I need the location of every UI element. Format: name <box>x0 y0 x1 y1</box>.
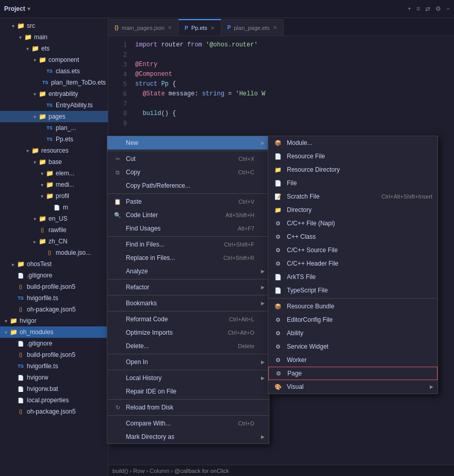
submenu-item-worker[interactable]: ⚙Worker <box>268 353 437 367</box>
tree-item-hvigorw[interactable]: 📄hvigorw <box>0 372 108 383</box>
tree-item-rawfile[interactable]: {}rawfile <box>0 224 108 236</box>
folder-arrow[interactable]: ▾ <box>31 114 38 120</box>
submenu-item-typescript_file[interactable]: 📄TypeScript File <box>268 284 437 297</box>
ctx-item-reformat_code[interactable]: Reformat CodeCtrl+Alt+L <box>107 313 269 326</box>
submenu-item-module[interactable]: 📦Module... <box>268 136 437 150</box>
tree-item-pages[interactable]: ▾📁pages <box>0 111 108 122</box>
submenu-item-cpp_class[interactable]: ⚙C++ Class <box>268 230 437 243</box>
ctx-item-bookmarks[interactable]: Bookmarks <box>107 297 269 310</box>
folder-arrow[interactable]: ▾ <box>31 57 38 63</box>
add-icon[interactable]: + <box>408 5 411 12</box>
tree-item-build-profile_json5[interactable]: {}build-profile.json5 <box>0 349 108 360</box>
folder-arrow[interactable]: ▾ <box>31 216 38 222</box>
submenu-item-editorconfig[interactable]: ⚙EditorConfig File <box>268 313 437 326</box>
tab-close-icon[interactable]: ✕ <box>168 25 172 30</box>
ctx-item-repair_ide[interactable]: Repair IDE on File <box>107 385 269 398</box>
folder-arrow[interactable]: ▾ <box>24 46 31 52</box>
tree-item-elem___[interactable]: ▾📁elem... <box>0 168 108 179</box>
folder-arrow[interactable]: ▾ <box>38 182 45 188</box>
ctx-item-optimize_imports[interactable]: Optimize ImportsCtrl+Alt+O <box>107 326 269 339</box>
project-dropdown-icon[interactable]: ▾ <box>27 5 30 12</box>
folder-arrow[interactable]: ▾ <box>9 23 17 29</box>
tree-item-medi___[interactable]: ▾📁medi... <box>0 179 108 190</box>
submenu-item-service_widget[interactable]: ⚙Service Widget <box>268 340 437 353</box>
ctx-item-compare_with[interactable]: Compare With...Ctrl+D <box>107 417 269 430</box>
tab-close-icon[interactable]: ✕ <box>273 25 277 30</box>
ctx-item-copy_path[interactable]: Copy Path/Reference... <box>107 179 269 192</box>
tree-item-class_ets[interactable]: TSclass.ets <box>0 65 108 77</box>
tree-item-zh_CN[interactable]: ▸📁zh_CN <box>0 236 108 247</box>
tree-item-main[interactable]: ▾📁main <box>0 31 108 43</box>
tab-main_pages_json[interactable]: {} main_pages.json ✕ <box>108 19 179 36</box>
submenu-item-cpp_napi[interactable]: ⚙C/C++ File (Napi) <box>268 217 437 230</box>
folder-arrow[interactable]: ▾ <box>38 171 45 176</box>
tree-item-oh_modules[interactable]: ▾📁oh_modules <box>0 326 108 338</box>
tree-item-base[interactable]: ▾📁base <box>0 156 108 168</box>
submenu-item-ability[interactable]: ⚙Ability <box>268 326 437 340</box>
submenu-item-directory[interactable]: 📁Directory <box>268 203 437 217</box>
submenu-item-page[interactable]: ⚙Page <box>268 367 437 380</box>
tree-item-profil[interactable]: ▾📁profil <box>0 190 108 202</box>
tree-item-ets[interactable]: ▾📁ets <box>0 43 108 54</box>
tree-item-hvigorfile_ts[interactable]: TShvigorfile.ts <box>0 360 108 372</box>
tree-item-ohosTest[interactable]: ▸📁ohosTest <box>0 258 108 270</box>
ctx-item-reload_disk[interactable]: ↻Reload from Disk <box>107 401 269 414</box>
tree-item-local_properties[interactable]: 📄local.properties <box>0 395 108 406</box>
minus-icon[interactable]: − <box>446 5 450 12</box>
tree-item-hvigor[interactable]: ▾📁hvigor <box>0 315 108 326</box>
ctx-item-find_usages[interactable]: Find UsagesAlt+F7 <box>107 222 269 235</box>
tree-item-m[interactable]: 📄m <box>0 202 108 213</box>
folder-arrow[interactable]: ▸ <box>31 239 38 244</box>
submenu-item-visual[interactable]: 🎨Visual <box>268 380 437 393</box>
ctx-item-cut[interactable]: ✂CutCtrl+X <box>107 152 269 166</box>
tree-item-oh-package_json5[interactable]: {}oh-package.json5 <box>0 304 108 315</box>
ctx-item-analyze[interactable]: Analyze <box>107 265 269 278</box>
folder-arrow[interactable]: ▾ <box>17 35 24 40</box>
ctx-item-delete[interactable]: Delete...Delete <box>107 339 269 353</box>
tree-item-_gitignore[interactable]: 📄.gitignore <box>0 338 108 349</box>
tree-item-Pp_ets[interactable]: TSPp.ets <box>0 134 108 145</box>
tree-item-hvigorw_bat[interactable]: 📄hvigorw.bat <box>0 383 108 395</box>
ctx-item-mark_directory[interactable]: Mark Directory as <box>107 430 269 444</box>
ctx-item-local_history[interactable]: Local History <box>107 371 269 385</box>
folder-arrow[interactable]: ▾ <box>24 148 31 154</box>
ctx-item-find_in_files[interactable]: Find in Files...Ctrl+Shift+F <box>107 238 269 251</box>
tree-item-plan_item_ToDo_ets[interactable]: TSplan_item_ToDo.ets <box>0 77 108 88</box>
ctx-item-copy[interactable]: ⧉CopyCtrl+C <box>107 166 269 179</box>
arrows-icon[interactable]: ⇄ <box>425 5 430 12</box>
folder-arrow[interactable]: ▾ <box>31 159 38 165</box>
submenu-item-arkts_file[interactable]: 📄ArkTS File <box>268 270 437 284</box>
ctx-item-replace_in_files[interactable]: Replace in Files...Ctrl+Shift+R <box>107 251 269 265</box>
ctx-item-refactor[interactable]: Refactor <box>107 281 269 294</box>
ctx-item-paste[interactable]: 📋PasteCtrl+V <box>107 195 269 208</box>
tree-item-build-profile_json5[interactable]: {}build-profile.json5 <box>0 281 108 292</box>
list-icon[interactable]: ≡ <box>416 5 420 12</box>
ctx-item-new[interactable]: New <box>107 136 269 150</box>
tree-item-EntryAbility_ts[interactable]: TSEntryAbility.ts <box>0 100 108 111</box>
ctx-item-code_linter[interactable]: 🔍Code LinterAlt+Shift+H <box>107 208 269 222</box>
submenu-item-resource_file[interactable]: 📄Resource File <box>268 150 437 163</box>
tree-item-oh-package_json5[interactable]: {}oh-package.json5 <box>0 406 108 417</box>
tree-item-_gitignore[interactable]: 📄.gitignore <box>0 270 108 281</box>
submenu-item-cpp_header[interactable]: ⚙C/C++ Header File <box>268 257 437 270</box>
tree-item-src[interactable]: ▾📁src <box>0 20 108 31</box>
tree-item-component[interactable]: ▾📁component <box>0 54 108 65</box>
tree-item-module_jso___[interactable]: {}module.jso... <box>0 247 108 258</box>
ctx-item-open_in[interactable]: Open In <box>107 355 269 369</box>
submenu-item-resource_bundle[interactable]: 📦Resource Bundle <box>268 300 437 313</box>
tree-item-plan____[interactable]: TSplan_... <box>0 122 108 134</box>
tree-item-entryability[interactable]: ▾📁entryability <box>0 88 108 100</box>
submenu-item-file[interactable]: 📄File <box>268 176 437 190</box>
submenu-item-scratch_file[interactable]: 📝Scratch FileCtrl+Alt+Shift+Insert <box>268 190 437 203</box>
tab-Pp_ets[interactable]: P Pp.ets ✕ <box>179 19 221 36</box>
submenu-item-resource_directory[interactable]: 📁Resource Directory <box>268 163 437 176</box>
submenu-item-cpp_source[interactable]: ⚙C/C++ Source File <box>268 243 437 257</box>
folder-arrow[interactable]: ▾ <box>2 318 9 324</box>
folder-arrow[interactable]: ▾ <box>38 193 45 199</box>
folder-arrow[interactable]: ▾ <box>2 330 9 335</box>
gear-icon[interactable]: ⚙ <box>435 5 441 12</box>
tree-item-resources[interactable]: ▾📁resources <box>0 145 108 156</box>
folder-arrow[interactable]: ▾ <box>31 91 38 97</box>
tab-close-icon[interactable]: ✕ <box>210 25 215 31</box>
tree-item-en_US[interactable]: ▾📁en_US <box>0 213 108 224</box>
